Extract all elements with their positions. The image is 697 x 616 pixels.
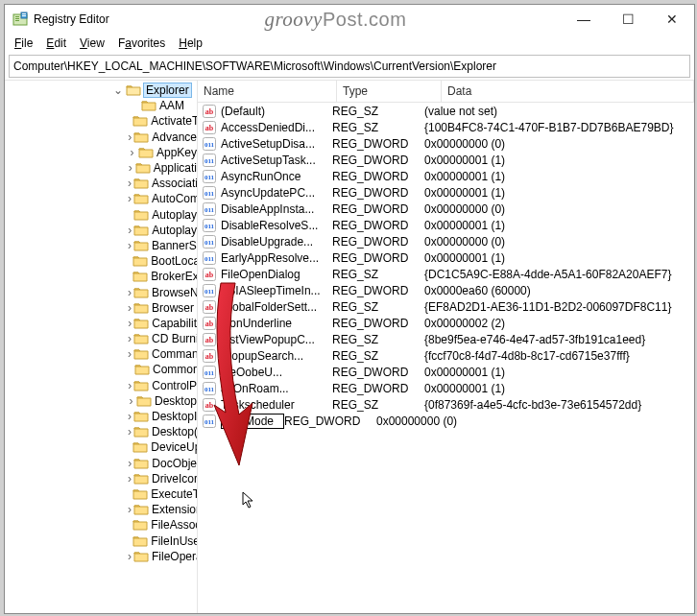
tree-item[interactable]: ›Capabilit [5, 316, 197, 331]
value-row[interactable]: 011AsyncRunOnceREG_DWORD0x00000001 (1) [198, 168, 694, 184]
tree-item[interactable]: AAM [5, 98, 197, 113]
column-type[interactable]: Type [337, 81, 442, 102]
tree-item-selected[interactable]: ⌄Explorer [5, 83, 197, 98]
expand-icon[interactable] [128, 441, 131, 453]
value-name[interactable]: DisableUpgrade... [221, 235, 332, 249]
expand-icon[interactable]: › [128, 193, 132, 204]
expand-icon[interactable]: › [128, 411, 132, 422]
tree-item[interactable]: Autoplay [5, 207, 197, 223]
value-name[interactable]: aitOnRoam... [221, 382, 332, 395]
tree-item[interactable]: DeviceUp [5, 439, 197, 455]
value-name[interactable]: AsyncRunOnce [221, 170, 332, 183]
value-row[interactable]: 011DisableAppInsta...REG_DWORD0x00000000… [198, 201, 694, 217]
expand-icon[interactable] [128, 535, 131, 547]
expand-icon[interactable]: › [128, 348, 132, 360]
tree-item[interactable]: ActivateT [5, 113, 197, 129]
tree-item[interactable]: ›ControlP [5, 378, 197, 393]
list-body[interactable]: ab(Default)REG_SZ(value not set)abAccess… [198, 103, 694, 613]
expand-icon[interactable]: › [128, 162, 133, 174]
value-row[interactable]: abIconUnderlineREG_DWORD0x00000002 (2) [198, 315, 694, 331]
value-name[interactable]: DisableAppInsta... [221, 202, 332, 216]
expand-icon[interactable]: › [128, 178, 132, 189]
expand-icon[interactable]: › [128, 504, 132, 515]
tree-item[interactable]: ›Advance [5, 130, 197, 145]
expand-icon[interactable]: › [128, 380, 132, 391]
tree-item[interactable]: ›DriveIcor [5, 471, 197, 486]
tree-item[interactable]: ›Applicati [5, 160, 197, 176]
expand-icon[interactable] [128, 364, 132, 375]
value-row[interactable]: abListViewPopupC...REG_SZ{8be9f5ea-e746-… [198, 331, 694, 347]
tree-item[interactable]: ›FileOpera [5, 549, 197, 564]
value-name[interactable]: DisableResolveS... [221, 219, 332, 232]
tree-item[interactable]: ExecuteTy [5, 486, 197, 502]
expand-icon[interactable]: › [128, 426, 132, 438]
maximize-button[interactable]: ☐ [606, 5, 650, 34]
expand-icon[interactable] [128, 115, 131, 127]
expand-icon[interactable] [128, 255, 131, 267]
expand-icon[interactable]: › [128, 551, 132, 562]
tree-panel[interactable]: ⌄Explorer AAM ActivateT›Advance›AppKey›A… [5, 81, 198, 613]
tree-item[interactable]: ›Comman [5, 346, 197, 362]
value-row[interactable]: ab/PopupSearch...REG_SZ{fccf70c8-f4d7-4d… [198, 347, 694, 364]
value-row[interactable]: 011HubModeREG_DWORD0x00000000 (0) [198, 413, 694, 429]
value-row[interactable]: 011ActiveSetupTask...REG_DWORD0x00000001… [198, 152, 694, 168]
tree-item[interactable]: ›DesktopI [5, 409, 197, 424]
value-row[interactable]: 011DisableResolveS...REG_DWORD0x00000001… [198, 217, 694, 233]
value-name[interactable]: Taskscheduler [221, 398, 332, 412]
collapse-icon[interactable]: ⌄ [112, 84, 124, 96]
close-button[interactable]: ✕ [650, 5, 694, 34]
address-bar[interactable]: Computer\HKEY_LOCAL_MACHINE\SOFTWARE\Mic… [9, 55, 690, 78]
value-name[interactable]: AsyncUpdatePC... [221, 186, 332, 200]
tree-item[interactable]: ›Browser I [5, 300, 197, 316]
expand-icon[interactable]: › [128, 333, 132, 344]
tree-item[interactable]: ›Extension [5, 502, 197, 517]
value-name[interactable]: IconUnderline [221, 317, 332, 330]
tree-item[interactable]: ›BrowseN [5, 284, 197, 299]
expand-icon[interactable]: › [128, 225, 132, 236]
value-name[interactable]: ListViewPopupC... [221, 333, 332, 346]
expand-icon[interactable] [128, 100, 139, 111]
tree-item[interactable]: ›CD Burni [5, 331, 197, 346]
expand-icon[interactable]: › [128, 147, 136, 158]
value-name[interactable]: (Default) [221, 105, 332, 118]
value-name[interactable]: ActiveSetupDisa... [221, 137, 332, 151]
tree-item[interactable]: BrokerExt [5, 269, 197, 284]
expand-icon[interactable] [128, 488, 131, 500]
tree-item[interactable]: ›Desktop( [5, 424, 197, 439]
value-name[interactable]: EarlyAppResolve... [221, 251, 332, 265]
expand-icon[interactable]: › [128, 131, 132, 143]
value-name[interactable]: AccessDeniedDi... [221, 121, 332, 134]
expand-icon[interactable]: › [128, 287, 132, 298]
tree-item[interactable]: ›DocObje [5, 456, 197, 471]
column-name[interactable]: Name [198, 81, 337, 102]
value-row[interactable]: abAccessDeniedDi...REG_SZ{100B4FC8-74C1-… [198, 119, 694, 135]
minimize-button[interactable]: — [562, 5, 606, 34]
tree-item[interactable]: Commor [5, 362, 197, 377]
value-row[interactable]: 011EarlyAppResolve...REG_DWORD0x00000001… [198, 249, 694, 266]
expand-icon[interactable]: › [128, 473, 132, 485]
value-name[interactable]: ineOobeU... [221, 366, 332, 379]
expand-icon[interactable] [128, 519, 131, 531]
expand-icon[interactable]: › [128, 240, 132, 251]
expand-icon[interactable]: › [128, 395, 134, 407]
menu-view[interactable]: View [74, 35, 110, 52]
expand-icon[interactable]: › [128, 458, 132, 469]
menu-favorites[interactable]: Favorites [112, 35, 171, 52]
value-row[interactable]: abTaskschedulerREG_SZ{0f87369f-a4e5-4cfc… [198, 396, 694, 413]
value-row[interactable]: 011AsyncUpdatePC...REG_DWORD0x00000001 (… [198, 184, 694, 201]
value-name[interactable]: GlobalFolderSett... [221, 300, 332, 314]
tree-item[interactable]: FileAssoc [5, 517, 197, 533]
value-row[interactable]: ab(Default)REG_SZ(value not set) [198, 103, 694, 119]
value-row[interactable]: abGlobalFolderSett...REG_SZ{EF8AD2D1-AE3… [198, 298, 694, 315]
tree-item[interactable]: ›BannerSt [5, 238, 197, 253]
expand-icon[interactable]: › [128, 302, 132, 314]
titlebar[interactable]: Registry Editor groovyPost.com — ☐ ✕ [5, 5, 694, 34]
value-row[interactable]: 011ActiveSetupDisa...REG_DWORD0x00000000… [198, 135, 694, 152]
value-row[interactable]: 011aitOnRoam...REG_DWORD0x00000001 (1) [198, 380, 694, 396]
value-name[interactable]: FileOpenDialog [221, 268, 332, 281]
menu-help[interactable]: Help [173, 35, 208, 52]
value-row[interactable]: 011DisableUpgrade...REG_DWORD0x00000000 … [198, 233, 694, 249]
expand-icon[interactable] [128, 271, 131, 282]
tree-item[interactable]: ›AutoCom [5, 191, 197, 206]
value-row[interactable]: abFileOpenDialogREG_SZ{DC1C5A9C-E88A-4dd… [198, 266, 694, 282]
